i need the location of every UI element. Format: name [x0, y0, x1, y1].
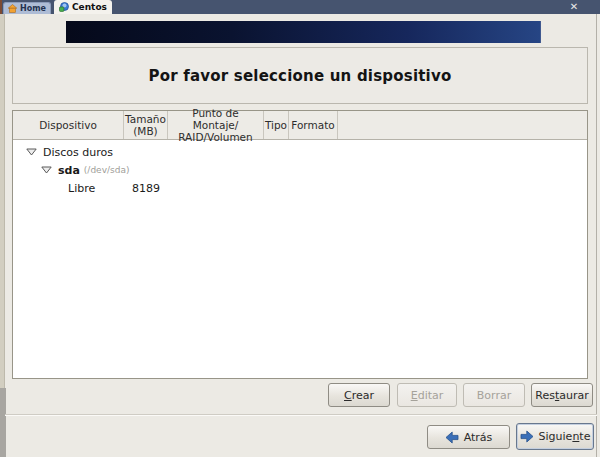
tab-centos-label: Centos — [72, 2, 107, 12]
tab-home-label: Home — [20, 4, 46, 13]
browser-tab-bar: Home Centos ✕ — [0, 0, 600, 14]
column-header-tipo[interactable]: Tipo — [264, 111, 289, 139]
expander-open-icon[interactable] — [41, 166, 52, 174]
tab-centos[interactable]: Centos — [54, 0, 112, 14]
page-left-edge-bottom — [0, 388, 6, 457]
column-header-tamano[interactable]: Tamaño (MB) — [124, 111, 168, 139]
tree-row-sda[interactable]: sda (/dev/sda) — [13, 161, 587, 179]
crear-button[interactable]: Crear — [328, 383, 390, 407]
title-box: Por favor seleccione un dispositivo — [12, 47, 588, 104]
page-title: Por favor seleccione un dispositivo — [149, 67, 452, 85]
close-icon[interactable]: ✕ — [566, 0, 582, 13]
screen: Home Centos ✕ Por favor seleccione un di… — [0, 0, 600, 457]
device-table: Dispositivo Tamaño (MB) Punto de Montaje… — [12, 110, 588, 379]
siguiente-button[interactable]: Siguiente — [516, 423, 594, 450]
column-header-filler — [338, 111, 587, 139]
tree-row-libre[interactable]: Libre 8189 — [13, 179, 587, 197]
tab-home[interactable]: Home — [3, 2, 51, 14]
forward-arrow-icon — [520, 430, 534, 443]
tree-row-size: 8189 — [124, 182, 168, 195]
expander-open-icon[interactable] — [26, 148, 37, 156]
device-tree: Discos duros sda (/dev/sda) Libre 8189 — [13, 140, 587, 197]
editar-button[interactable]: Editar — [397, 383, 457, 407]
borrar-button[interactable]: Borrar — [463, 383, 525, 407]
separator — [5, 414, 597, 416]
tree-row-discos-duros[interactable]: Discos duros — [13, 143, 587, 161]
tree-row-label: Libre — [68, 182, 95, 195]
atras-button[interactable]: Atrás — [427, 425, 510, 449]
device-table-header: Dispositivo Tamaño (MB) Punto de Montaje… — [13, 111, 587, 140]
column-header-punto-montaje[interactable]: Punto de Montaje/ RAID/Volumen — [168, 111, 264, 139]
window-right-border — [596, 14, 597, 457]
home-icon — [8, 4, 17, 13]
tree-row-device-path: (/dev/sda) — [84, 165, 130, 175]
column-header-dispositivo[interactable]: Dispositivo — [13, 111, 124, 139]
centos-tab-icon — [59, 2, 69, 12]
tree-row-label: sda — [58, 164, 80, 177]
page-left-edge — [0, 14, 5, 388]
window-edge — [0, 0, 2, 14]
column-header-formato[interactable]: Formato — [289, 111, 338, 139]
back-arrow-icon — [445, 431, 459, 444]
centos-installer-banner — [66, 21, 541, 43]
restaurar-button[interactable]: Restaurar — [531, 383, 593, 407]
tree-row-label: Discos duros — [43, 146, 113, 159]
